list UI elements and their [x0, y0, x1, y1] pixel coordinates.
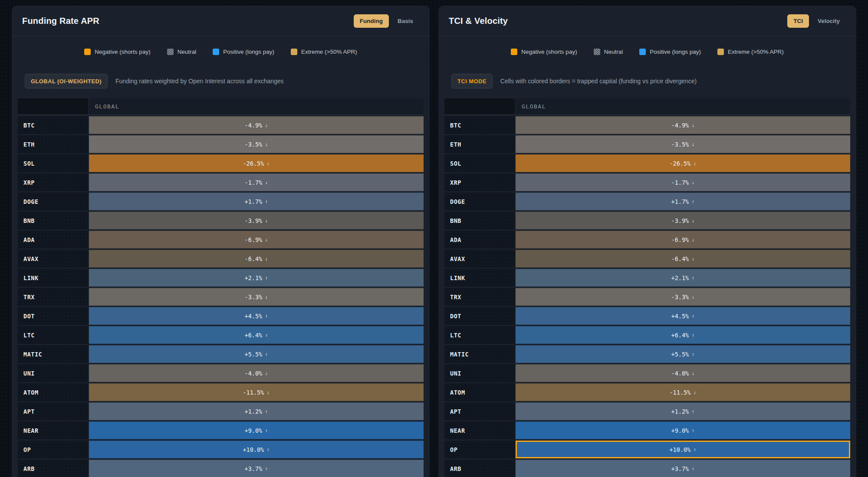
- heatmap-cell[interactable]: +2.1%↑: [516, 269, 850, 287]
- legend-swatch-icon: [84, 49, 91, 55]
- table-row: AVAX-6.4%↓: [444, 250, 850, 268]
- heatmap-cell[interactable]: +3.7%↑: [516, 460, 850, 477]
- table-body: BTC-4.9%↓ETH-3.5%↓SOL-26.5%↓XRP-1.7%↓DOG…: [444, 116, 850, 477]
- asset-symbol: DOGE: [444, 193, 515, 210]
- heatmap-cell[interactable]: +9.0%↑: [516, 421, 850, 439]
- heatmap-cell[interactable]: -11.5%↓: [89, 383, 424, 401]
- cell-value: +3.7%: [671, 465, 689, 472]
- heatmap-cell[interactable]: +4.5%↑: [89, 307, 424, 325]
- heatmap-cell[interactable]: +1.7%↑: [89, 193, 424, 210]
- heatmap-cell[interactable]: +6.4%↑: [89, 326, 424, 344]
- legend-swatch-icon: [594, 49, 600, 55]
- direction-arrow-icon: ↑: [265, 275, 268, 281]
- heatmap-cell[interactable]: -3.3%↓: [89, 288, 424, 306]
- heatmap-cell[interactable]: +5.5%↑: [89, 345, 424, 363]
- view-toggle-group: Funding Basis: [354, 14, 419, 28]
- cell-value: +10.0%: [669, 446, 690, 453]
- heatmap-cell[interactable]: -4.9%↓: [89, 116, 424, 134]
- velocity-toggle-button[interactable]: Velocity: [812, 14, 846, 28]
- heatmap-cell[interactable]: -6.9%↓: [516, 231, 850, 248]
- asset-symbol: NEAR: [18, 421, 88, 439]
- table-row: DOGE+1.7%↑: [444, 193, 850, 210]
- column-header-global: GLOBAL: [89, 98, 424, 114]
- direction-arrow-icon: ↓: [691, 180, 694, 186]
- asset-symbol: MATIC: [18, 345, 88, 363]
- table-row: SOL-26.5%↓: [18, 154, 424, 172]
- asset-symbol: AVAX: [18, 250, 88, 268]
- heatmap-cell[interactable]: +5.5%↑: [516, 345, 850, 363]
- table-row: BTC-4.9%↓: [18, 116, 424, 134]
- direction-arrow-icon: ↑: [265, 428, 268, 434]
- heatmap-cell[interactable]: -4.0%↓: [89, 364, 424, 382]
- heatmap-cell[interactable]: -3.9%↓: [516, 212, 850, 229]
- heatmap-cell[interactable]: +10.0%↑: [89, 441, 424, 458]
- tci-toggle-button[interactable]: TCI: [787, 14, 809, 28]
- asset-symbol: NEAR: [444, 421, 515, 439]
- legend-label: Neutral: [604, 49, 623, 55]
- heatmap-cell[interactable]: +9.0%↑: [89, 421, 424, 439]
- legend-label: Extreme (>50% APR): [301, 49, 357, 55]
- table-row: AVAX-6.4%↓: [18, 250, 424, 268]
- heatmap-cell[interactable]: -6.4%↓: [89, 250, 424, 268]
- legend-swatch-icon: [291, 49, 297, 55]
- cell-value: +6.4%: [245, 332, 263, 339]
- heatmap-cell[interactable]: -6.9%↓: [89, 231, 424, 248]
- legend: Negative (shorts pay)NeutralPositive (lo…: [438, 43, 856, 60]
- heatmap-cell[interactable]: -1.7%↓: [89, 173, 424, 191]
- heatmap-cell[interactable]: -3.5%↓: [89, 135, 424, 153]
- direction-arrow-icon: ↓: [691, 218, 694, 224]
- legend-item: Negative (shorts pay): [84, 49, 150, 55]
- legend-label: Negative (shorts pay): [95, 49, 150, 55]
- cell-value: +2.1%: [245, 274, 263, 281]
- panel-funding-rate-apr: Funding Rate APR Funding Basis Negative …: [12, 6, 430, 477]
- direction-arrow-icon: ↓: [265, 122, 268, 128]
- heatmap-cell[interactable]: +6.4%↑: [516, 326, 850, 344]
- table-row: BNB-3.9%↓: [18, 212, 424, 229]
- heatmap-cell[interactable]: -3.9%↓: [89, 212, 424, 229]
- view-toggle-group: TCI Velocity: [787, 14, 846, 28]
- direction-arrow-icon: ↑: [265, 199, 268, 205]
- panel-header: TCI & Velocity TCI Velocity: [438, 6, 856, 36]
- heatmap-cell[interactable]: +4.5%↑: [516, 307, 850, 325]
- funding-toggle-button[interactable]: Funding: [354, 14, 389, 28]
- heatmap-cell[interactable]: -4.9%↓: [516, 116, 850, 134]
- legend-item: Positive (longs pay): [639, 49, 701, 55]
- heatmap-cell[interactable]: -4.0%↓: [516, 364, 850, 382]
- direction-arrow-icon: ↑: [265, 466, 268, 472]
- mode-badge: TCI MODE: [451, 74, 493, 88]
- cell-value: +1.7%: [245, 198, 263, 205]
- legend-item: Positive (longs pay): [213, 49, 274, 55]
- heatmap-cell[interactable]: +2.1%↑: [89, 269, 424, 287]
- table-corner-cell: [18, 98, 88, 114]
- table-row: XRP-1.7%↓: [18, 173, 424, 191]
- heatmap-cell[interactable]: -26.5%↓: [89, 154, 424, 172]
- basis-toggle-button[interactable]: Basis: [391, 14, 419, 28]
- asset-symbol: LINK: [444, 269, 515, 287]
- cell-value: +4.5%: [245, 313, 263, 320]
- heatmap-cell[interactable]: -1.7%↓: [516, 173, 850, 191]
- heatmap-cell[interactable]: -3.5%↓: [516, 135, 850, 153]
- heatmap-cell[interactable]: +1.7%↑: [516, 193, 850, 210]
- direction-arrow-icon: ↓: [266, 160, 270, 167]
- table-row: OP+10.0%↑: [18, 441, 424, 458]
- table-row: SOL-26.5%↓: [444, 154, 850, 172]
- heatmap-cell[interactable]: -26.5%↓: [516, 154, 850, 172]
- legend-item: Neutral: [167, 49, 197, 55]
- cell-value: +5.5%: [671, 351, 689, 358]
- table-corner-cell: [444, 98, 515, 114]
- heatmap-cell[interactable]: +1.2%↑: [516, 402, 850, 420]
- asset-symbol: MATIC: [444, 345, 515, 363]
- legend-label: Extreme (>50% APR): [728, 49, 784, 55]
- heatmap-cell[interactable]: +1.2%↑: [89, 402, 424, 420]
- heatmap-cell[interactable]: -11.5%↓: [516, 383, 850, 401]
- cell-value: +1.7%: [671, 198, 689, 205]
- heatmap-cell[interactable]: -3.3%↓: [516, 288, 850, 306]
- legend-label: Positive (longs pay): [223, 49, 274, 55]
- heatmap-cell[interactable]: -6.4%↓: [516, 250, 850, 268]
- heatmap-cell-highlighted[interactable]: +10.0%↑: [516, 441, 850, 458]
- asset-symbol: LTC: [18, 326, 88, 344]
- direction-arrow-icon: ↓: [691, 370, 694, 376]
- heatmap-cell[interactable]: +3.7%↑: [89, 460, 424, 477]
- cell-value: -4.9%: [245, 122, 263, 129]
- cell-value: -1.7%: [671, 179, 689, 186]
